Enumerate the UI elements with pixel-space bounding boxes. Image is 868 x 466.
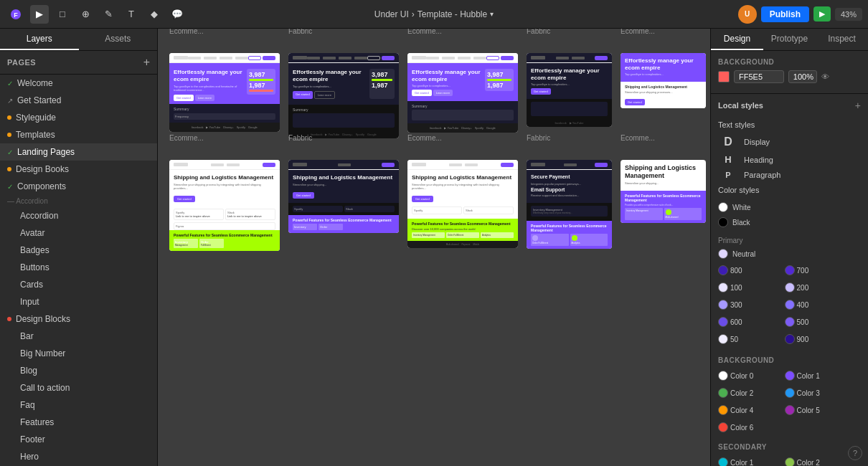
color-row-50[interactable]: 50 [718,333,783,346]
pen-tool[interactable]: ✎ [99,5,118,24]
text-styles-title: Text styles [718,120,755,129]
color-row-bg-6[interactable]: Color 6 [718,421,783,434]
frame-card-9[interactable]: Secure Payment Integrates popular paymen… [527,160,612,248]
add-style-button[interactable]: + [855,100,861,111]
color-swatch-700 [785,265,795,275]
sidebar-item-cards[interactable]: Cards [0,276,157,293]
template-name[interactable]: Template - Hubble [418,9,487,19]
text-style-paragraph[interactable]: P Paragraph [711,168,868,182]
dot-icon [7,167,11,171]
color-row-100[interactable]: 100 [718,281,783,294]
frame-card-1[interactable]: Effortlessly manage your ecom empire Top… [169,53,280,132]
sidebar-item-hero[interactable]: Hero [0,448,157,465]
publish-button[interactable]: Publish [761,6,809,22]
shape-tool[interactable]: ◆ [145,5,164,24]
sidebar-item-cta[interactable]: Call to action [0,379,157,396]
background-color-swatch[interactable] [718,71,730,82]
color-row-bg-1[interactable]: Color 1 [785,369,849,382]
app-name[interactable]: Under UI [374,9,409,19]
present-button[interactable]: ▶ [813,6,831,22]
color-row-500[interactable]: 500 [785,315,849,328]
color-row-black[interactable]: Black [718,216,861,229]
color-row-bg-4[interactable]: Color 4 [718,404,783,417]
sidebar-item-blog[interactable]: Blog [0,362,157,379]
tab-layers[interactable]: Layers [0,29,79,50]
frame-label-4: Fabbric [527,29,550,35]
color-name-300: 300 [730,301,742,309]
color-row-sec-2[interactable]: Color 2 [785,456,849,466]
dot-icon [7,133,11,137]
sidebar-item-welcome[interactable]: ✓Welcome [0,75,157,92]
color-row-bg-5[interactable]: Color 5 [785,404,849,417]
color-row-800[interactable]: 800 [718,264,783,277]
color-row-neutral[interactable]: Neutral [718,247,861,260]
frame-card-2[interactable]: Effortlessly manage your ecom empire Top… [288,53,399,138]
sidebar-item-accordion[interactable]: Accordion [0,207,157,224]
tab-prototype[interactable]: Prototype [763,29,816,50]
comment-tool[interactable]: 💬 [168,5,187,24]
app-logo[interactable]: F [6,4,26,24]
color-row-600[interactable]: 600 [718,315,783,328]
text-tool[interactable]: T [122,5,141,24]
grid-tool[interactable]: ⊕ [76,5,95,24]
background-opacity-input[interactable] [788,70,817,83]
sidebar-item-bar[interactable]: Bar [0,328,157,345]
color-row-200[interactable]: 200 [785,281,849,294]
sidebar-item-badges[interactable]: Badges [0,242,157,259]
zoom-level[interactable]: 43% [835,8,862,21]
tab-design[interactable]: Design [711,29,763,50]
select-tool[interactable]: ▶ [30,5,49,24]
color-swatch-500 [785,317,795,327]
breadcrumb: Under UI › Template - Hubble ▾ [374,9,494,19]
frame-card-7[interactable]: Shipping and Logistics Management Stream… [288,160,399,233]
frame-card-4[interactable]: Effortlessly manage your ecom empire Top… [527,53,612,127]
frame-tool[interactable]: □ [53,5,72,24]
frame-card-10[interactable]: Shipping and Logistics Management Stream… [621,160,706,223]
sidebar-item-features[interactable]: Features [0,414,157,431]
color-row-bg-3[interactable]: Color 3 [785,386,849,399]
color-swatch-bg-5 [785,405,795,415]
sidebar-item-faq[interactable]: Faq [0,396,157,414]
background-label: Background [718,58,861,66]
color-row-white[interactable]: White [718,201,861,214]
color-styles-header: Color styles [711,182,868,198]
sidebar-item-styleguide[interactable]: Styleguide [0,109,157,126]
sidebar-item-input[interactable]: Input [0,293,157,310]
color-swatch-bg-2 [718,388,728,398]
background-row: 👁 [718,70,861,83]
sidebar-item-buttons[interactable]: Buttons [0,259,157,276]
sidebar-item-components[interactable]: ✓Components [0,178,157,195]
sidebar-item-templates[interactable]: Templates [0,126,157,143]
tab-inspect[interactable]: Inspect [816,29,868,50]
color-row-300[interactable]: 300 [718,298,783,311]
visibility-icon[interactable]: 👁 [821,72,829,81]
color-row-400[interactable]: 400 [785,298,849,311]
color-row-sec-1[interactable]: Color 1 [718,456,783,466]
color-row-900[interactable]: 900 [785,333,849,346]
color-swatch-black [718,217,728,227]
heading-label: Heading [744,156,773,164]
background-hex-input[interactable] [734,70,784,83]
color-row-bg-2[interactable]: Color 2 [718,386,783,399]
tab-assets[interactable]: Assets [79,29,158,50]
text-style-heading[interactable]: H Heading [711,151,868,168]
color-row-700[interactable]: 700 [785,264,849,277]
frame-card-8[interactable]: Shipping and Logistics Management Stream… [407,160,518,248]
sidebar-item-avatar[interactable]: Avatar [0,224,157,242]
color-row-bg-0[interactable]: Color 0 [718,369,783,382]
frame-card-6[interactable]: Shipping and Logistics Management Stream… [169,160,280,251]
help-icon[interactable]: ? [848,446,862,460]
sidebar-item-big-number[interactable]: Big Number [0,345,157,362]
sidebar-item-design-blocks[interactable]: Design Blocks [0,310,157,328]
chevron-down-icon[interactable]: ▾ [490,10,494,18]
frame-card-3[interactable]: Effortlessly manage your ecom empire Top… [407,53,518,133]
sidebar-item-footer[interactable]: Footer [0,431,157,448]
paragraph-label: Paragraph [744,171,780,179]
add-page-button[interactable]: + [143,57,150,68]
sidebar-item-landing-pages[interactable]: ✓Landing Pages [0,143,157,161]
frame-card-5[interactable]: Effortlessly manage your ecom empire Top… [621,53,706,108]
play-icon: ▶ [819,9,825,19]
sidebar-item-design-books[interactable]: Design Books [0,161,157,178]
sidebar-item-get-started[interactable]: ↗Get Started [0,92,157,109]
text-style-display[interactable]: D Display [711,133,868,151]
